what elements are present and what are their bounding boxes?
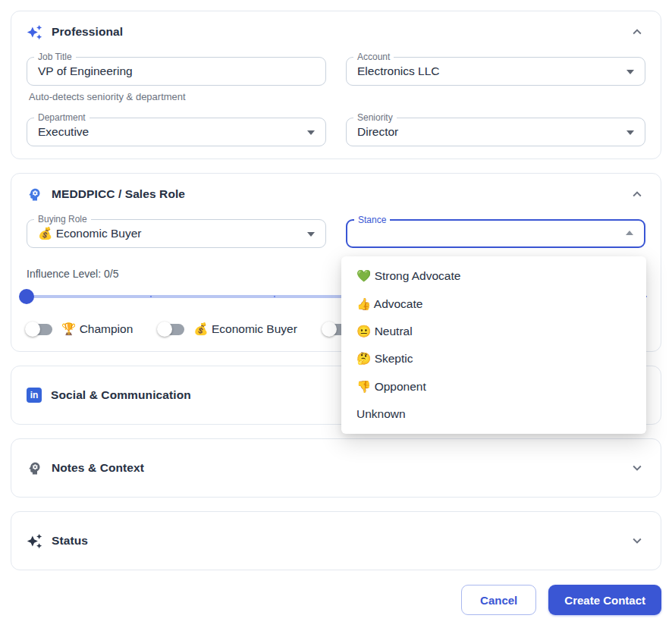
slider-thumb[interactable] [19,289,34,304]
dropdown-caret-icon [307,232,315,237]
sparkle-icon [27,533,42,549]
buying-role-select[interactable]: Buying Role 💰 Economic Buyer [27,219,326,248]
account-label: Account [353,51,394,63]
stance-label: Stance [354,214,390,226]
section-title: MEDDPICC / Sales Role [52,187,185,201]
menu-item-strong-advocate[interactable]: 💚 Strong Advocate [341,262,646,290]
job-title-value: VP of Engineering [38,64,133,78]
seniority-label: Seniority [353,111,397,124]
switch-off[interactable] [159,322,186,336]
department-label: Department [34,111,89,124]
chevron-up-icon[interactable] [629,186,645,202]
section-title: Professional [52,25,123,39]
dropdown-caret-icon [626,70,634,74]
status-section-header[interactable]: Status [27,531,645,551]
section-title: Notes & Context [52,461,144,475]
professional-section: Professional Job Title VP of Engineering… [11,11,661,159]
toggle-label: 💰 Economic Buyer [193,322,297,336]
menu-item-advocate[interactable]: 👍 Advocate [341,290,646,317]
job-title-helper-text: Auto-detects seniority & department [29,91,645,102]
menu-item-unknown[interactable]: Unknown [341,400,646,428]
psychology-icon [27,460,42,476]
create-contact-button[interactable]: Create Contact [548,585,661,615]
section-title: Status [52,534,88,548]
status-section: Status [11,511,661,570]
stance-menu: 💚 Strong Advocate 👍 Advocate 😐 Neutral 🤔… [341,256,646,434]
dropdown-caret-icon [307,130,315,135]
seniority-value: Director [357,125,398,139]
notes-section-header[interactable]: Notes & Context [27,458,645,478]
toggle-economic-buyer[interactable]: 💰 Economic Buyer [159,322,297,336]
account-select[interactable]: Account Electronics LLC [346,57,645,86]
section-title: Social & Communication [51,388,191,402]
stance-select[interactable]: Stance [346,219,645,248]
department-value: Executive [38,125,89,139]
cancel-button[interactable]: Cancel [461,585,536,615]
chevron-up-icon[interactable] [629,24,645,40]
dialog-footer: Cancel Create Contact [11,585,661,615]
menu-item-skeptic[interactable]: 🤔 Skeptic [341,345,646,372]
linkedin-icon: in [27,388,42,403]
chevron-down-icon[interactable] [629,460,645,476]
account-value: Electronics LLC [357,64,440,78]
dropdown-caret-up-icon [626,231,633,235]
notes-section: Notes & Context [11,438,661,498]
buying-role-value: 💰 Economic Buyer [38,227,142,240]
toggle-label: 🏆 Champion [61,322,133,336]
job-title-field[interactable]: Job Title VP of Engineering [27,57,326,86]
department-select[interactable]: Department Executive [27,118,326,146]
menu-item-neutral[interactable]: 😐 Neutral [341,318,646,345]
job-title-label: Job Title [34,51,76,63]
dropdown-caret-icon [626,130,634,135]
psychology-icon [27,187,42,202]
sparkle-icon [27,24,42,40]
meddpicc-section-header[interactable]: MEDDPICC / Sales Role [27,184,645,204]
chevron-down-icon[interactable] [629,532,645,549]
menu-item-opponent[interactable]: 👎 Opponent [341,373,646,400]
professional-section-header[interactable]: Professional [27,22,645,42]
seniority-select[interactable]: Seniority Director [346,118,645,146]
switch-off[interactable] [27,322,54,336]
buying-role-label: Buying Role [34,213,91,225]
toggle-champion[interactable]: 🏆 Champion [27,322,133,336]
